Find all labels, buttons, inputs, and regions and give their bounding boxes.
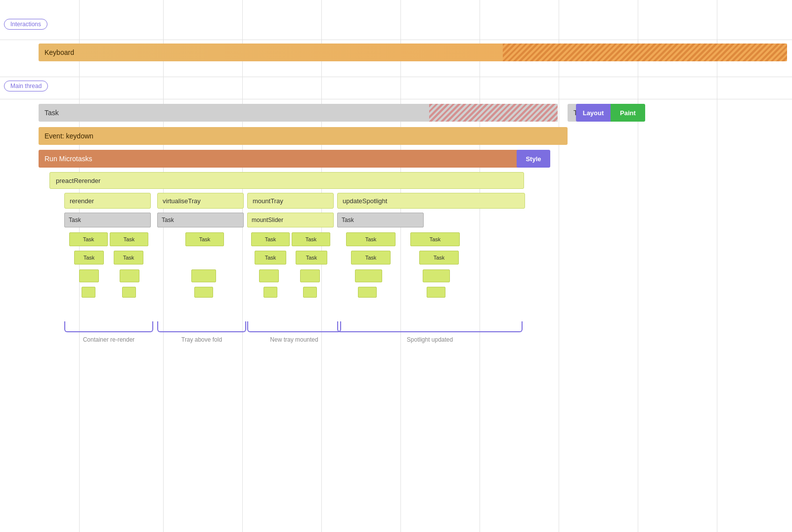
task-block-tiny [358, 287, 377, 298]
grid-line [163, 0, 164, 532]
grid-line [79, 0, 80, 532]
preact-rerender-bar: preactRerender [49, 172, 524, 189]
grid-line [400, 0, 401, 532]
tray-above-fold-label: Tray above fold [157, 336, 246, 343]
grid-lines [0, 0, 792, 532]
task-block: Task [296, 251, 327, 265]
task-block-small [355, 269, 382, 282]
task-block-small [423, 269, 450, 282]
update-spotlight-bar: updateSpotlight [337, 193, 525, 209]
task-bar-top: Task [39, 104, 558, 122]
task-block: Task [114, 251, 143, 265]
grid-line [242, 0, 243, 532]
task-block: Task [255, 251, 286, 265]
task-block-small [79, 269, 99, 282]
spotlight-label: Spotlight updated [337, 336, 523, 343]
task-block-tiny [264, 287, 277, 298]
keyboard-bar-hatched [503, 44, 787, 61]
task-block-tiny [82, 287, 95, 298]
brace-tray-above-fold [157, 321, 246, 332]
grid-line [480, 0, 480, 532]
task-block-small [120, 269, 139, 282]
grid-line [321, 0, 322, 532]
task-block: Task [110, 232, 148, 246]
task-block-small [259, 269, 279, 282]
container-rerender-label: Container re-render [64, 336, 153, 343]
task-block: Task [410, 232, 460, 246]
brace-spotlight [337, 321, 523, 332]
task-block: Task [292, 232, 330, 246]
interactions-label: Interactions [4, 19, 47, 30]
task-block: Task [346, 232, 396, 246]
brace-container-rerender [64, 321, 153, 332]
timeline-container: Interactions Keyboard Main thread Task T… [0, 0, 792, 532]
task-block: Task [69, 232, 108, 246]
paint-button[interactable]: Paint [611, 104, 645, 122]
task-block: Task [157, 213, 244, 227]
separator [0, 77, 792, 77]
task-block-small [191, 269, 216, 282]
task-block: Task [351, 251, 391, 265]
grid-line [559, 0, 559, 532]
task-block-tiny [427, 287, 445, 298]
task-block: Task [64, 213, 151, 227]
event-keydown-bar: Event: keydown [39, 127, 568, 145]
brace-new-tray [247, 321, 341, 332]
virtualise-tray-bar: virtualiseTray [157, 193, 244, 209]
grid-line [717, 0, 717, 532]
style-button[interactable]: Style [517, 150, 550, 168]
layout-button[interactable]: Layout [576, 104, 611, 122]
grid-line [638, 0, 638, 532]
task-block-tiny [194, 287, 213, 298]
new-tray-label: New tray mounted [247, 336, 341, 343]
task-block-tiny [122, 287, 136, 298]
task-block: Task [185, 232, 224, 246]
mount-slider-bar: mountSlider [247, 213, 334, 227]
separator [0, 40, 792, 40]
keyboard-bar: Keyboard [39, 44, 787, 61]
mount-tray-bar: mountTray [247, 193, 334, 209]
separator [0, 99, 792, 99]
task-block-small [300, 269, 320, 282]
task-block: Task [251, 232, 290, 246]
rerender-bar: rerender [64, 193, 151, 209]
task-block: Task [419, 251, 459, 265]
task-block-tiny [303, 287, 317, 298]
task-bar-top-hatched [429, 104, 558, 122]
main-thread-label: Main thread [4, 81, 48, 91]
task-block: Task [74, 251, 104, 265]
microtasks-bar: Run Microtasks [39, 150, 548, 168]
task-block: Task [337, 213, 424, 227]
